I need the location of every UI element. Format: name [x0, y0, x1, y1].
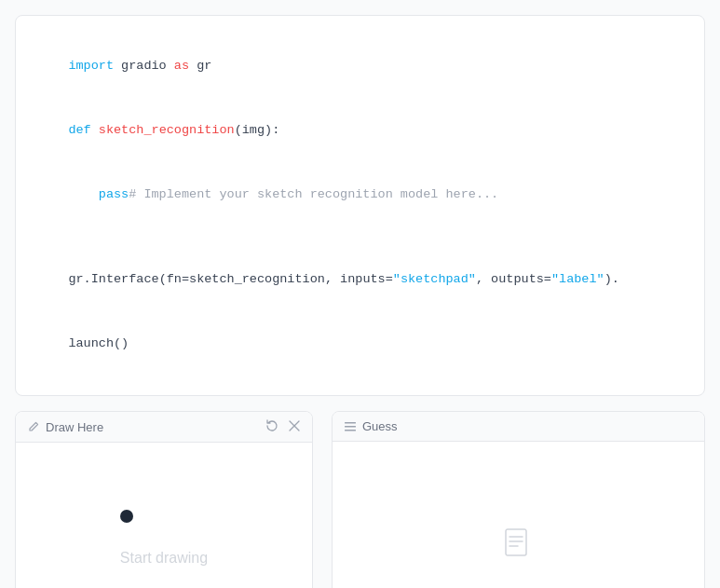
keyword-as: as — [174, 59, 189, 73]
keyword-import: import — [68, 59, 114, 73]
function-name: sketch_recognition — [91, 123, 235, 137]
code-line-1: import gradio as gr — [38, 34, 682, 99]
svg-rect-2 — [345, 430, 356, 431]
code-editor: import gradio as gr def sketch_recogniti… — [15, 15, 705, 396]
code-text: (img): — [235, 123, 280, 137]
guess-body — [333, 442, 704, 588]
guess-header: Guess — [333, 412, 704, 442]
code-text: sketch_recognition — [189, 272, 325, 286]
list-icon — [344, 420, 357, 433]
sketchpad-panel: Draw Here Start drawing Clear — [15, 411, 313, 588]
sketch-canvas[interactable]: Start drawing — [16, 443, 312, 588]
pencil-icon — [27, 420, 40, 433]
guess-panel: Guess — [332, 411, 705, 588]
sketchpad-label: Draw Here — [46, 420, 103, 434]
code-text: , outputs= — [476, 272, 551, 286]
code-line-5: gr.Interface(fn=sketch_recognition, inpu… — [38, 248, 682, 312]
output-placeholder-icon — [504, 527, 534, 561]
guess-label: Guess — [362, 419, 398, 433]
sketch-placeholder: Start drawing — [120, 550, 208, 567]
code-line-2: def sketch_recognition(img): — [38, 99, 682, 163]
reset-icon[interactable] — [265, 419, 278, 434]
code-line-3: pass# Implement your sketch recognition … — [38, 163, 682, 227]
close-icon[interactable] — [288, 419, 301, 434]
sketchpad-header-left: Draw Here — [27, 420, 103, 434]
keyword-def: def — [68, 123, 90, 137]
code-text: ). — [605, 272, 619, 286]
code-text: Interface — [91, 272, 159, 286]
code-text: gr — [189, 59, 211, 73]
code-comment: # Implement your sketch recognition mode… — [129, 187, 498, 201]
code-line-4 — [38, 226, 682, 248]
code-text: gradio — [114, 59, 174, 73]
string-value: "sketchpad" — [393, 272, 476, 286]
keyword-pass: pass — [68, 187, 129, 201]
sketchpad-header-right — [265, 419, 301, 434]
svg-rect-3 — [506, 529, 526, 555]
main-content: Draw Here Start drawing Clear — [15, 411, 705, 588]
code-text: gr — [68, 272, 83, 286]
sketch-dot — [120, 510, 133, 523]
code-text: launch — [68, 336, 114, 350]
svg-rect-1 — [345, 426, 356, 428]
code-line-6: launch() — [38, 312, 682, 376]
code-text: () — [114, 336, 129, 350]
svg-rect-0 — [345, 422, 356, 424]
code-text: , inputs= — [325, 272, 393, 286]
code-text: . — [84, 272, 91, 286]
string-value: "label" — [551, 272, 605, 286]
code-text: (fn= — [159, 272, 189, 286]
sketchpad-header: Draw Here — [16, 412, 312, 443]
